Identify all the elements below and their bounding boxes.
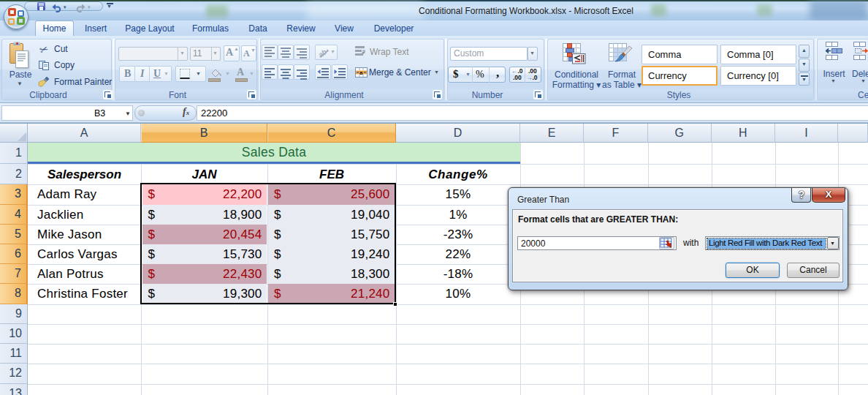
svg-text:a: a <box>359 69 363 76</box>
